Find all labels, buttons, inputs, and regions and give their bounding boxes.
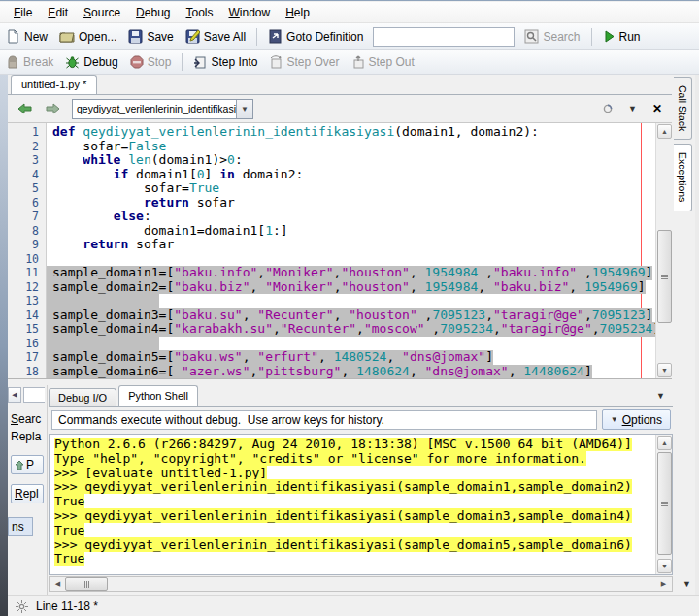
panel-chevron-down-icon[interactable]: ▼ <box>656 391 673 401</box>
code-line[interactable]: 18sample_domain6=[ "azer.ws","pittsburg"… <box>8 365 655 379</box>
line-number: 12 <box>8 280 47 295</box>
code-line[interactable]: 1def qeydiyyat_verilenlerinin_identifika… <box>8 125 655 140</box>
scroll-up-icon[interactable]: ▲ <box>657 124 672 139</box>
menu-item-edit[interactable]: Edit <box>40 4 76 21</box>
code-line[interactable]: 13 <box>8 294 655 308</box>
shell-line[interactable]: >>> qeydiyyat_verilenlerinin_identifikas… <box>54 480 655 495</box>
find-previous-button[interactable]: P <box>11 455 44 474</box>
search-field-label: Searc <box>8 410 47 428</box>
line-number: 11 <box>8 266 47 280</box>
save-button[interactable]: Save <box>122 27 179 46</box>
function-combo-value: qeydiyyat_verilenlerinin_identifikasiyas… <box>73 103 236 114</box>
code-line[interactable]: 15sample_domain4=["karabakh.su","Recunte… <box>8 322 655 337</box>
code-line[interactable]: 8 domain1=domain1[1:] <box>8 224 655 239</box>
code-line[interactable]: 17sample_domain5=["baku.ws", "erfurt", 1… <box>8 350 655 365</box>
code-line[interactable]: 12sample_domain2=["baku.biz", "Moniker",… <box>8 280 655 295</box>
replace-button[interactable]: Repl <box>11 484 44 503</box>
code-line[interactable]: 5 sofar=True <box>8 181 655 196</box>
code-line[interactable]: 4 if domain1[0] in domain2: <box>8 168 655 182</box>
break-button[interactable]: Break <box>0 53 59 71</box>
shell-line[interactable]: True <box>54 495 655 509</box>
toolbar-separator <box>591 28 592 46</box>
debug-toolbar: Break Debug Stop Step Into Step Over <box>0 50 699 75</box>
run-icon <box>603 30 616 43</box>
shell-line[interactable]: True <box>54 524 655 538</box>
editor-vertical-scrollbar[interactable]: ▲ ▼ <box>655 123 672 378</box>
editor-lines: 1def qeydiyyat_verilenlerinin_identifika… <box>8 125 655 378</box>
code-editor[interactable]: 1def qeydiyyat_verilenlerinin_identifika… <box>8 123 672 379</box>
tab-untitled-1[interactable]: untitled-1.py * <box>11 75 97 94</box>
options-button[interactable]: ▼ Options <box>602 409 671 430</box>
dock-chevron-down-icon[interactable]: ▼ <box>682 579 691 589</box>
step-into-button[interactable]: Step Into <box>187 53 263 71</box>
search-button[interactable]: Search <box>518 27 585 46</box>
code-line[interactable]: 9 return sofar <box>8 238 655 252</box>
code-line[interactable]: 10 <box>8 252 655 267</box>
shell-line[interactable]: >>> [evaluate untitled-1.py] <box>54 467 655 481</box>
code-line[interactable]: 2 sofar=False <box>8 140 655 154</box>
shell-vertical-scrollbar[interactable]: ▲ ▼ <box>655 435 672 574</box>
menu-items: FileEditSourceDebugToolsWindowHelp <box>6 4 317 21</box>
tab-debug-io[interactable]: Debug I/O <box>49 388 116 406</box>
ide-window: FileEditSourceDebugToolsWindowHelp New O… <box>0 0 699 616</box>
goto-definition-button[interactable]: Goto Definition <box>262 27 369 46</box>
python-shell-output[interactable]: Python 2.6.6 (r266:84297, Aug 24 2010, 1… <box>49 434 673 575</box>
open-button[interactable]: Open... <box>53 27 122 46</box>
tab-python-shell[interactable]: Python Shell <box>118 385 198 406</box>
line-number: 5 <box>8 181 47 196</box>
line-number: 1 <box>8 125 47 140</box>
new-button[interactable]: New <box>0 27 53 46</box>
code-line[interactable]: 3 while len(domain1)>0: <box>8 153 655 168</box>
menu-item-window[interactable]: Window <box>221 4 279 21</box>
shell-hscroll-thumb[interactable] <box>65 577 108 591</box>
shell-horizontal-scrollbar[interactable]: ◀ ▶ <box>49 576 673 592</box>
stop-button[interactable]: Stop <box>124 53 178 71</box>
search-icon <box>524 29 539 44</box>
window-frame-left <box>0 75 8 616</box>
debug-button[interactable]: Debug <box>59 53 123 71</box>
scroll-right-icon[interactable]: ▶ <box>656 577 671 591</box>
step-out-button[interactable]: Step Out <box>346 53 420 71</box>
code-line[interactable]: 14sample_domain3=["baku.su", "Recunter",… <box>8 308 655 323</box>
line-number: 2 <box>8 140 47 154</box>
tab-exceptions[interactable]: Exceptions <box>674 144 692 211</box>
scroll-up-icon[interactable]: ▲ <box>657 436 672 450</box>
menu-item-debug[interactable]: Debug <box>128 4 178 21</box>
search-input[interactable] <box>373 27 515 47</box>
editor-chevron-down-icon[interactable]: ▼ <box>628 104 637 113</box>
shell-scroll-thumb[interactable] <box>657 452 672 555</box>
shell-line[interactable]: True <box>54 552 655 567</box>
code-line[interactable]: 7 else: <box>8 210 655 224</box>
nav-back-button[interactable] <box>17 103 32 114</box>
shell-line[interactable]: Type "help", "copyright", "credits" or "… <box>54 452 655 467</box>
menu-item-help[interactable]: Help <box>278 4 317 21</box>
menu-item-file[interactable]: File <box>6 4 40 21</box>
dock-collapse-button[interactable]: ◀ <box>8 387 21 403</box>
line-number: 14 <box>8 308 47 323</box>
editor-scroll-thumb[interactable] <box>657 230 672 323</box>
menu-item-source[interactable]: Source <box>76 4 128 21</box>
window-frame-right <box>695 75 699 595</box>
code-line[interactable]: 6 return sofar <box>8 196 655 211</box>
scroll-left-icon[interactable]: ◀ <box>50 577 65 591</box>
dock-tab-stub[interactable] <box>23 387 45 403</box>
nav-forward-button[interactable] <box>46 103 60 114</box>
goto-definition-icon <box>268 29 283 44</box>
scroll-down-icon[interactable]: ▼ <box>657 363 672 377</box>
scroll-down-icon[interactable]: ▼ <box>657 559 672 573</box>
shell-line[interactable]: >>> qeydiyyat_verilenlerinin_identifikas… <box>54 509 655 524</box>
step-over-button[interactable]: Step Over <box>263 53 345 71</box>
tab-call-stack[interactable]: Call Stack <box>674 77 692 140</box>
chevron-down-icon[interactable]: ▼ <box>236 100 252 118</box>
code-line[interactable]: 16 <box>8 337 655 351</box>
code-line[interactable]: 11sample_domain1=["baku.info","Moniker",… <box>8 266 655 280</box>
close-editor-icon[interactable]: ✕ <box>652 102 662 115</box>
line-number: 13 <box>8 294 47 308</box>
menu-item-tools[interactable]: Tools <box>178 4 220 21</box>
save-all-button[interactable]: Save All <box>180 27 251 46</box>
function-combo[interactable]: qeydiyyat_verilenlerinin_identifikasiyas… <box>72 99 253 119</box>
run-button[interactable]: Run <box>597 28 647 46</box>
shell-line[interactable]: >>> qeydiyyat_verilenlerinin_identifikas… <box>54 538 655 553</box>
shell-line[interactable]: Python 2.6.6 (r266:84297, Aug 24 2010, 1… <box>54 438 655 452</box>
step-into-icon <box>193 55 207 69</box>
